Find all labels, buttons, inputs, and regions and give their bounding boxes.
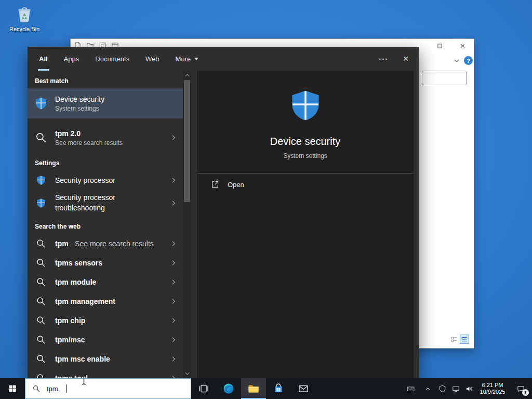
suggestion-text: tpm management xyxy=(55,297,115,305)
settings-header: Settings xyxy=(28,153,183,170)
search-icon xyxy=(34,371,48,379)
web-suggestion[interactable]: tpm/msc xyxy=(28,330,183,349)
scroll-up-button[interactable] xyxy=(183,72,191,79)
mail-button[interactable] xyxy=(291,378,316,399)
open-icon xyxy=(210,180,220,189)
scrollbar-thumb[interactable] xyxy=(184,80,190,202)
search-icon xyxy=(32,384,41,393)
suggestion-note: - See more search results xyxy=(69,240,154,248)
tab-web[interactable]: Web xyxy=(144,47,161,71)
file-explorer-icon xyxy=(247,382,260,395)
suggestion-text: tpm msc enable xyxy=(55,355,110,363)
maximize-icon xyxy=(437,43,443,49)
list-view-button[interactable] xyxy=(450,335,458,343)
web-suggestion[interactable]: tpms sensors xyxy=(28,253,183,272)
network-tray-button[interactable] xyxy=(449,378,462,399)
action-center-button[interactable]: 1 xyxy=(509,378,532,399)
taskbar: tpm. xyxy=(0,378,532,399)
chevron-right-icon xyxy=(169,336,178,344)
list-view-icon xyxy=(450,336,458,343)
result-title: Security processor troubleshooting xyxy=(55,193,152,213)
web-suggestion[interactable]: tpm module xyxy=(28,272,183,291)
security-shield-icon xyxy=(34,173,48,188)
chevron-right-icon xyxy=(169,278,178,286)
search-input-value: tpm. xyxy=(47,385,60,393)
recycle-bin-label: Recycle Bin xyxy=(9,26,39,32)
suggestion-text: tpm xyxy=(55,240,69,248)
search-flyout: All Apps Documents Web More ··· ✕ Best m… xyxy=(28,47,419,378)
touch-keyboard-button[interactable] xyxy=(401,378,420,399)
task-view-icon xyxy=(197,382,210,395)
chevron-right-icon xyxy=(169,259,178,267)
touch-keyboard-icon xyxy=(406,384,415,393)
suggestion-text: tpm module xyxy=(55,278,96,286)
chevron-right-icon xyxy=(169,134,178,142)
maximize-button[interactable] xyxy=(428,39,451,53)
suggestion-text: tpms sensors xyxy=(55,259,102,267)
result-security-processor[interactable]: Security processor xyxy=(28,170,183,190)
windows-logo-icon xyxy=(8,384,17,393)
search-icon xyxy=(34,236,48,251)
help-button[interactable]: ? xyxy=(464,56,473,65)
result-title: Security processor xyxy=(55,176,115,184)
chevron-right-icon xyxy=(169,199,178,207)
search-icon xyxy=(34,352,48,366)
web-suggestion[interactable]: tpms tool xyxy=(28,368,183,378)
web-suggestion[interactable]: tpm - See more search results xyxy=(28,234,183,253)
window-close-button[interactable] xyxy=(451,39,474,53)
scroll-up-icon xyxy=(185,74,190,77)
details-view-icon xyxy=(461,336,468,343)
window-text-field[interactable] xyxy=(422,71,467,85)
volume-tray-button[interactable] xyxy=(462,378,476,399)
file-explorer-button[interactable] xyxy=(241,378,266,399)
edge-button[interactable] xyxy=(216,378,241,399)
i-beam-cursor xyxy=(81,375,87,385)
result-preview-panel: Device security System settings Open xyxy=(197,71,414,378)
result-security-processor-troubleshooting[interactable]: Security processor troubleshooting xyxy=(28,190,183,216)
help-label: ? xyxy=(467,58,470,64)
chevron-right-icon xyxy=(169,176,178,184)
search-icon xyxy=(34,332,48,347)
task-view-button[interactable] xyxy=(191,378,216,399)
overflow-menu-button[interactable]: ··· xyxy=(379,55,388,63)
tab-all[interactable]: All xyxy=(38,47,49,71)
taskbar-clock[interactable]: 6:21 PM 10/9/2025 xyxy=(476,382,509,395)
recycle-bin[interactable]: Recycle Bin xyxy=(6,4,43,32)
chevron-up-icon xyxy=(423,384,432,393)
search-results-list: Best match Device security System settin… xyxy=(28,71,183,378)
tab-more[interactable]: More xyxy=(175,47,200,71)
web-suggestion[interactable]: tpm management xyxy=(28,291,183,311)
result-see-more[interactable]: tpm 2.0 See more search results xyxy=(28,123,183,153)
result-subtitle: System settings xyxy=(55,105,104,112)
tab-documents[interactable]: Documents xyxy=(94,47,130,71)
web-suggestion[interactable]: tpm chip xyxy=(28,311,183,330)
search-icon xyxy=(34,130,48,145)
suggestion-text: tpm chip xyxy=(55,316,85,325)
defender-tray-button[interactable] xyxy=(435,378,449,399)
show-hidden-icons-button[interactable] xyxy=(420,378,435,399)
system-tray: 6:21 PM 10/9/2025 1 xyxy=(401,378,532,399)
recycle-bin-icon xyxy=(15,4,34,25)
preview-title: Device security xyxy=(270,136,341,148)
results-scrollbar[interactable] xyxy=(183,71,191,378)
details-view-button[interactable] xyxy=(460,335,469,343)
result-device-security[interactable]: Device security System settings xyxy=(28,88,183,118)
open-action[interactable]: Open xyxy=(197,174,414,195)
best-match-header: Best match xyxy=(28,71,183,88)
tab-apps[interactable]: Apps xyxy=(63,47,81,71)
taskbar-search-input[interactable]: tpm. xyxy=(25,378,191,399)
clock-date: 10/9/2025 xyxy=(476,389,509,395)
web-suggestion[interactable]: tpm msc enable xyxy=(28,349,183,368)
store-button[interactable] xyxy=(266,378,291,399)
store-icon xyxy=(272,382,285,395)
security-shield-icon xyxy=(34,196,48,210)
scroll-down-button[interactable] xyxy=(183,370,191,377)
result-subtitle: See more search results xyxy=(55,139,123,147)
start-button[interactable] xyxy=(0,378,25,399)
network-icon xyxy=(451,384,460,393)
text-caret xyxy=(66,384,66,393)
window-chevron-down-icon[interactable] xyxy=(454,59,459,62)
search-close-button[interactable]: ✕ xyxy=(403,55,409,63)
search-icon xyxy=(34,256,48,270)
chevron-right-icon xyxy=(169,297,178,305)
